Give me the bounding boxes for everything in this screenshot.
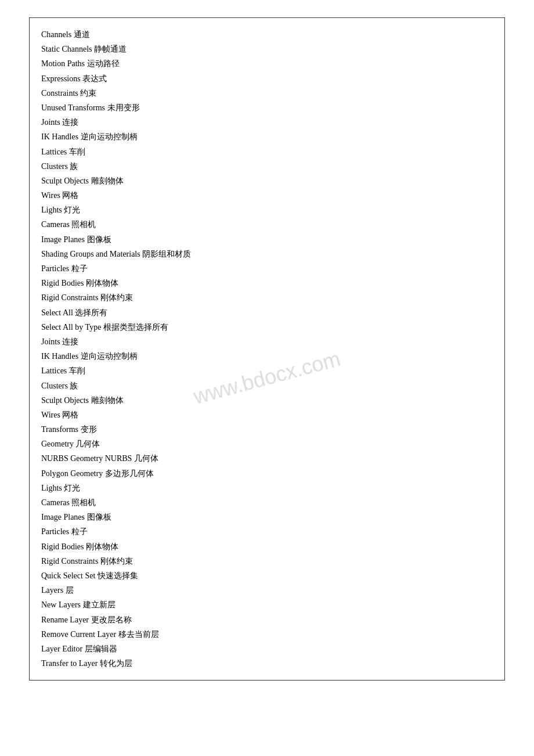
list-item: Select All 选择所有 (41, 305, 493, 320)
list-item: Unused Transforms 未用变形 (41, 100, 493, 115)
list-item: Wires 网格 (41, 188, 493, 203)
list-item: Quick Select Set 快速选择集 (41, 568, 493, 583)
list-item: Image Planes 图像板 (41, 232, 493, 247)
list-item: Rigid Bodies 刚体物体 (41, 276, 493, 290)
list-item: Sculpt Objects 雕刻物体 (41, 393, 493, 408)
list-item: Rename Layer 更改层名称 (41, 613, 493, 627)
list-item: Cameras 照相机 (41, 495, 493, 510)
list-item: IK Handles 逆向运动控制柄 (41, 349, 493, 363)
list-item: Lattices 车削 (41, 363, 493, 378)
list-item: Particles 粒子 (41, 524, 493, 539)
content-box: Channels 通道Static Channels 静帧通道Motion Pa… (29, 17, 505, 681)
list-item: Lights 灯光 (41, 481, 493, 495)
list-item: Shading Groups and Materials 阴影组和材质 (41, 247, 493, 261)
list-item: Rigid Bodies 刚体物体 (41, 539, 493, 554)
list-item: Motion Paths 运动路径 (41, 56, 493, 71)
list-item: Wires 网格 (41, 408, 493, 422)
list-item: Expressions 表达式 (41, 71, 493, 86)
list-item: Joints 连接 (41, 115, 493, 129)
list-item: Image Planes 图像板 (41, 510, 493, 524)
list-item: Particles 粒子 (41, 261, 493, 276)
page-container: Channels 通道Static Channels 静帧通道Motion Pa… (0, 0, 534, 756)
list-item: NURBS Geometry NURBS 几何体 (41, 451, 493, 466)
list-item: Channels 通道 (41, 27, 493, 42)
list-item: Static Channels 静帧通道 (41, 42, 493, 56)
list-item: New Layers 建立新层 (41, 597, 493, 612)
list-item: Cameras 照相机 (41, 217, 493, 232)
list-item: Transforms 变形 (41, 422, 493, 437)
list-item: Clusters 族 (41, 159, 493, 174)
list-item: Joints 连接 (41, 334, 493, 349)
list-item: Remove Current Layer 移去当前层 (41, 627, 493, 642)
list-item: Clusters 族 (41, 379, 493, 393)
list-item: Lights 灯光 (41, 203, 493, 217)
list-item: Geometry 几何体 (41, 437, 493, 451)
list-item: Rigid Constraints 刚体约束 (41, 554, 493, 568)
list-item: IK Handles 逆向运动控制柄 (41, 129, 493, 144)
list-item: Transfer to Layer 转化为层 (41, 656, 493, 671)
list-item: Sculpt Objects 雕刻物体 (41, 174, 493, 188)
list-item: Layer Editor 层编辑器 (41, 642, 493, 656)
list-item: Select All by Type 根据类型选择所有 (41, 320, 493, 334)
list-item: Constraints 约束 (41, 86, 493, 100)
list-item: Lattices 车削 (41, 145, 493, 159)
list-item: Polygon Geometry 多边形几何体 (41, 466, 493, 481)
list-item: Rigid Constraints 刚体约束 (41, 290, 493, 305)
list-item: Layers 层 (41, 583, 493, 597)
